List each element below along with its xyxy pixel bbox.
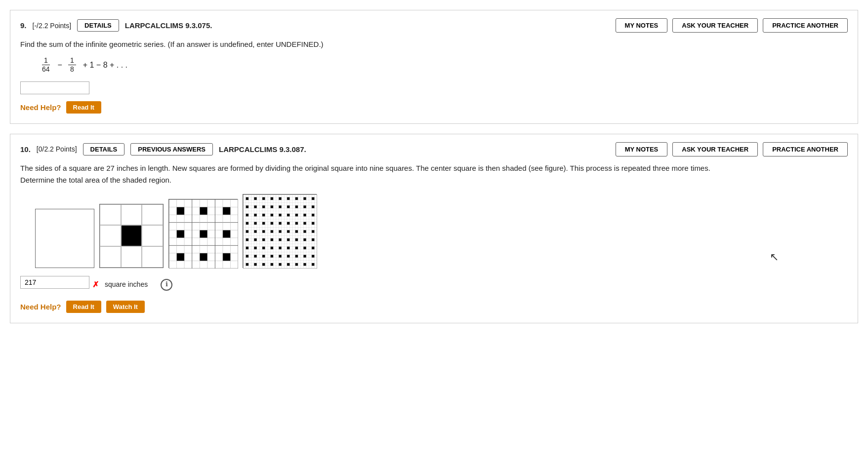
svg-rect-84 [271, 246, 274, 249]
svg-rect-75 [271, 238, 274, 241]
cell-3-3 [142, 246, 163, 268]
svg-rect-3 [223, 207, 231, 215]
svg-rect-71 [312, 230, 315, 233]
svg-rect-70 [303, 230, 306, 233]
q10-header-buttons: MY NOTES ASK YOUR TEACHER PRACTICE ANOTH… [616, 142, 848, 156]
figure-1 [35, 209, 94, 268]
svg-rect-58 [279, 222, 282, 225]
cell-3-2 [121, 246, 142, 268]
q10-answer-input[interactable] [20, 276, 89, 289]
q9-details-button[interactable]: DETAILS [77, 19, 119, 32]
svg-rect-34 [303, 197, 306, 200]
q9-header: 9. [-/2.2 Points] DETAILS LARPCALCLIMS 9… [20, 18, 848, 33]
svg-rect-92 [262, 255, 265, 258]
figure-3-svg: /* SVG filled by inline pattern below */ [169, 199, 238, 269]
q10-header: 10. [0/2.2 Points] DETAILS PREVIOUS ANSW… [20, 142, 848, 156]
q10-practice-another-button[interactable]: PRACTICE ANOTHER [763, 142, 848, 156]
svg-rect-77 [287, 238, 290, 241]
cell-3-1 [100, 246, 121, 268]
svg-rect-76 [279, 238, 282, 241]
q9-number: 9. [20, 21, 27, 30]
svg-rect-82 [254, 246, 257, 249]
svg-rect-55 [254, 222, 257, 225]
q9-need-help-label: Need Help? [20, 103, 61, 112]
info-icon[interactable]: ℹ [161, 279, 172, 291]
figure-4: /* pattern rendered below */ [243, 194, 317, 268]
q10-my-notes-button[interactable]: MY NOTES [616, 142, 668, 156]
q10-need-help-row: Need Help? Read It Watch It [20, 301, 848, 313]
svg-rect-37 [254, 205, 257, 208]
svg-rect-80 [312, 238, 315, 241]
svg-rect-104 [287, 263, 290, 266]
q10-number: 10. [20, 145, 31, 154]
svg-rect-28 [254, 197, 257, 200]
q10-ask-teacher-button[interactable]: ASK YOUR TEACHER [672, 142, 758, 156]
svg-rect-88 [303, 246, 306, 249]
q9-my-notes-button[interactable]: MY NOTES [616, 18, 668, 33]
q10-question-body: The sides of a square are 27 inches in l… [20, 162, 848, 294]
q10-read-it-button[interactable]: Read It [66, 301, 101, 313]
svg-rect-74 [262, 238, 265, 241]
q9-frac1-numer: 1 [42, 56, 50, 65]
svg-rect-33 [295, 197, 298, 200]
figure-2 [99, 204, 164, 268]
q9-frac1-denom: 64 [40, 65, 52, 74]
q9-math-expression: 1 64 − 1 8 + 1 − 8 + . . . [40, 56, 848, 74]
svg-rect-45 [246, 213, 249, 216]
svg-rect-100 [254, 263, 257, 266]
q9-answer-input[interactable] [20, 81, 89, 94]
svg-rect-4 [177, 230, 185, 238]
svg-rect-52 [303, 213, 306, 216]
q10-wrong-icon: ✗ [92, 278, 99, 291]
q10-need-help-label: Need Help? [20, 303, 61, 311]
svg-rect-90 [246, 255, 249, 258]
cell-1-3 [142, 204, 163, 226]
svg-rect-5 [200, 230, 207, 238]
cell-2-2 [121, 225, 142, 246]
q9-frac2-denom: 8 [68, 65, 76, 74]
svg-rect-91 [254, 255, 257, 258]
q10-figures-row: /* SVG filled by inline pattern below */ [35, 194, 848, 268]
svg-rect-102 [271, 263, 274, 266]
svg-rect-79 [303, 238, 306, 241]
svg-rect-40 [279, 205, 282, 208]
q9-minus: − [58, 59, 62, 72]
q9-points: [-/2.2 Points] [33, 22, 72, 30]
figure-4-svg: /* pattern rendered below */ [243, 194, 317, 269]
q9-practice-another-button[interactable]: PRACTICE ANOTHER [763, 18, 848, 33]
svg-rect-57 [271, 222, 274, 225]
question-10-block: 10. [0/2.2 Points] DETAILS PREVIOUS ANSW… [10, 134, 858, 323]
svg-rect-53 [312, 213, 315, 216]
q9-header-buttons: MY NOTES ASK YOUR TEACHER PRACTICE ANOTH… [616, 18, 848, 33]
svg-rect-107 [312, 263, 315, 266]
svg-rect-97 [303, 255, 306, 258]
svg-rect-39 [271, 205, 274, 208]
q10-problem-id: LARPCALCLIMS 9.3.087. [219, 145, 306, 154]
q10-points: [0/2.2 Points] [37, 145, 77, 153]
q9-frac1: 1 64 [40, 56, 52, 74]
question-9-block: 9. [-/2.2 Points] DETAILS LARPCALCLIMS 9… [10, 10, 858, 124]
svg-rect-95 [287, 255, 290, 258]
q10-watch-it-button[interactable]: Watch It [106, 301, 145, 313]
q9-need-help-row: Need Help? Read It [20, 101, 848, 114]
q10-prev-answers-button[interactable]: PREVIOUS ANSWERS [130, 143, 213, 155]
q9-question-text: Find the sum of the infinite geometric s… [20, 39, 848, 50]
figure-2-grid [100, 204, 163, 268]
q10-details-button[interactable]: DETAILS [83, 143, 125, 155]
svg-rect-2 [200, 207, 207, 215]
q9-read-it-button[interactable]: Read It [66, 101, 101, 114]
cell-1-1 [100, 204, 121, 226]
svg-rect-78 [295, 238, 298, 241]
svg-rect-61 [303, 222, 306, 225]
svg-rect-8 [200, 253, 207, 261]
q9-ask-teacher-button[interactable]: ASK YOUR TEACHER [672, 18, 758, 33]
svg-rect-59 [287, 222, 290, 225]
svg-rect-85 [279, 246, 282, 249]
svg-rect-98 [312, 255, 315, 258]
svg-rect-51 [295, 213, 298, 216]
cell-2-3 [142, 225, 163, 246]
svg-rect-47 [262, 213, 265, 216]
svg-rect-9 [223, 253, 231, 261]
svg-rect-65 [262, 230, 265, 233]
svg-rect-42 [295, 205, 298, 208]
